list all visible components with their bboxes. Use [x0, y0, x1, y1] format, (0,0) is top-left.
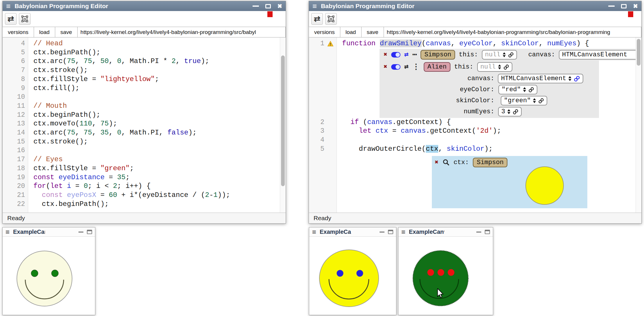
scrollbar-thumb[interactable]	[281, 55, 285, 186]
probe-example-badge[interactable]: Simpson	[473, 158, 507, 167]
close-icon[interactable]: ✖	[633, 3, 638, 9]
example-toggle[interactable]	[391, 52, 400, 58]
value-input[interactable]: null	[482, 50, 517, 60]
minimize-icon[interactable]	[380, 231, 384, 233]
trace-icon[interactable]: ⇄	[404, 63, 409, 71]
code-line[interactable]: drawOuterCircle(ctx, skinColor);	[337, 145, 636, 154]
minimize-icon[interactable]	[608, 6, 615, 7]
stepper-icon[interactable]	[498, 64, 501, 69]
code-line[interactable]: let ctx = canvas.getContext('2d');	[337, 127, 636, 136]
example-badge[interactable]: Simpson	[421, 50, 455, 60]
window-menu-icon[interactable]: ≡	[401, 229, 405, 236]
maximize-icon[interactable]	[388, 230, 393, 234]
save-button[interactable]: save	[361, 27, 384, 37]
stepper-icon[interactable]	[503, 52, 506, 57]
code-line[interactable]: ctx.fillStyle = "lightyellow";	[28, 75, 280, 84]
example-badge[interactable]: Alien	[424, 62, 450, 72]
vertical-scrollbar[interactable]	[280, 37, 286, 213]
line-number: 22	[3, 200, 28, 209]
minimize-icon[interactable]	[253, 6, 259, 7]
delete-example-icon[interactable]: ✖	[384, 52, 387, 58]
magnifier-icon[interactable]	[443, 159, 450, 166]
code-line[interactable]: const eyePosX = 60 + i*(eyeDistance / (2…	[28, 191, 280, 200]
transform-button[interactable]	[325, 13, 337, 25]
value-input[interactable]: HTMLCanvasElement	[559, 50, 636, 60]
code-line[interactable]: ctx.arc(75, 75, 50, 0, Math.PI * 2, true…	[28, 57, 280, 66]
versions-button[interactable]: versions	[2, 27, 34, 37]
value-input[interactable]: "green"	[501, 96, 547, 105]
link-icon[interactable]	[508, 52, 514, 58]
more-options-icon[interactable]: ⋯	[412, 52, 417, 58]
close-probe-icon[interactable]: ✖	[435, 159, 439, 166]
titlebar[interactable]: ≡ ExampleCanvas	[309, 227, 396, 237]
value-input[interactable]: "red"	[498, 85, 537, 94]
link-icon[interactable]	[503, 64, 509, 70]
minimize-icon[interactable]	[476, 231, 481, 233]
code-line[interactable]: ctx.beginPath();	[28, 48, 280, 57]
stepper-icon[interactable]	[533, 98, 536, 103]
more-options-icon[interactable]: ⋮	[412, 64, 420, 70]
code-line[interactable]: ctx.fill();	[28, 84, 280, 93]
stepper-icon[interactable]	[568, 76, 571, 81]
url-field[interactable]: https://lively-kernel.org/lively4/lively…	[384, 27, 641, 37]
code-line[interactable]	[28, 146, 280, 155]
save-button[interactable]: save	[55, 27, 78, 37]
titlebar[interactable]: ≡ ExampleCanvas	[3, 227, 95, 237]
titlebar[interactable]: ≡ ExampleCanvas	[398, 227, 493, 237]
code-editor[interactable]: 1 ! 2 3 4 5 function drawSmiley(canvas, …	[309, 37, 641, 213]
code-line[interactable]: ctx.arc(75, 75, 35, 0, Math.PI, false);	[28, 128, 280, 137]
code-line[interactable]: ctx.stroke();	[28, 66, 280, 75]
code-line[interactable]	[337, 136, 636, 145]
stepper-icon[interactable]	[507, 109, 510, 114]
code-line[interactable]: if (canvas.getContext) {	[337, 118, 636, 127]
code-line[interactable]: ctx.moveTo(110, 75);	[28, 119, 280, 128]
versions-button[interactable]: versions	[309, 27, 340, 37]
window-menu-icon[interactable]: ≡	[6, 2, 10, 10]
delete-example-icon[interactable]: ✖	[384, 64, 387, 70]
maximize-icon[interactable]	[621, 4, 627, 8]
code-line[interactable]: ctx.beginPath();	[28, 111, 280, 120]
load-button[interactable]: load	[340, 27, 362, 37]
code-line[interactable]: // Eyes	[28, 155, 280, 164]
minimize-icon[interactable]	[78, 231, 83, 233]
titlebar[interactable]: ≡ Babylonian Programming Editor ✖	[3, 1, 286, 11]
maximize-icon[interactable]	[87, 230, 92, 234]
value-input[interactable]: HTMLCanvasElement	[498, 74, 583, 83]
code-line[interactable]: ctx.fillStyle = "green";	[28, 164, 280, 173]
close-icon[interactable]: ✖	[277, 3, 282, 9]
warning-icon[interactable]: !	[327, 41, 334, 47]
code-editor[interactable]: 45678910111213141516171819202122 // Head…	[3, 37, 286, 213]
window-menu-icon[interactable]: ≡	[6, 229, 10, 236]
code-line[interactable]	[28, 93, 280, 102]
code-line[interactable]: for(let i = 0; i < 2; i++) {	[28, 182, 280, 191]
maximize-icon[interactable]	[265, 4, 271, 8]
code-line[interactable]: ctx.stroke();	[28, 137, 280, 146]
load-button[interactable]: load	[34, 27, 55, 37]
titlebar[interactable]: ≡ Babylonian Programming Editor ✖	[309, 1, 641, 11]
code-line[interactable]: const eyeDistance = 35;	[28, 173, 280, 182]
window-menu-icon[interactable]: ≡	[312, 229, 316, 236]
smiley-eye	[337, 270, 344, 277]
trace-icon[interactable]: ⇄	[404, 51, 409, 58]
stepper-icon[interactable]	[523, 87, 526, 92]
vertical-scrollbar[interactable]	[636, 37, 641, 213]
example-toggle[interactable]	[391, 64, 400, 70]
value-input[interactable]: 3	[498, 107, 522, 116]
link-icon[interactable]	[528, 87, 534, 93]
value-input[interactable]: null	[477, 62, 512, 72]
swap-button[interactable]: ⇄	[5, 13, 17, 25]
code-line[interactable]: // Head	[28, 39, 280, 48]
window-menu-icon[interactable]: ≡	[312, 2, 317, 10]
swap-button[interactable]: ⇄	[311, 13, 323, 25]
line-number: 5	[3, 48, 28, 57]
code-line[interactable]: function drawSmiley(canvas, eyeColor, sk…	[337, 39, 636, 48]
maximize-icon[interactable]	[485, 230, 490, 234]
code-line[interactable]: // Mouth	[28, 102, 280, 111]
url-field[interactable]: https://lively-kernel.org/lively4/lively…	[77, 27, 286, 37]
transform-button[interactable]	[19, 13, 31, 25]
link-icon[interactable]	[574, 76, 580, 82]
scrollbar-thumb[interactable]	[637, 39, 641, 66]
code-line[interactable]: ctx.beginPath();	[28, 200, 280, 209]
link-icon[interactable]	[513, 109, 518, 115]
link-icon[interactable]	[538, 98, 544, 104]
